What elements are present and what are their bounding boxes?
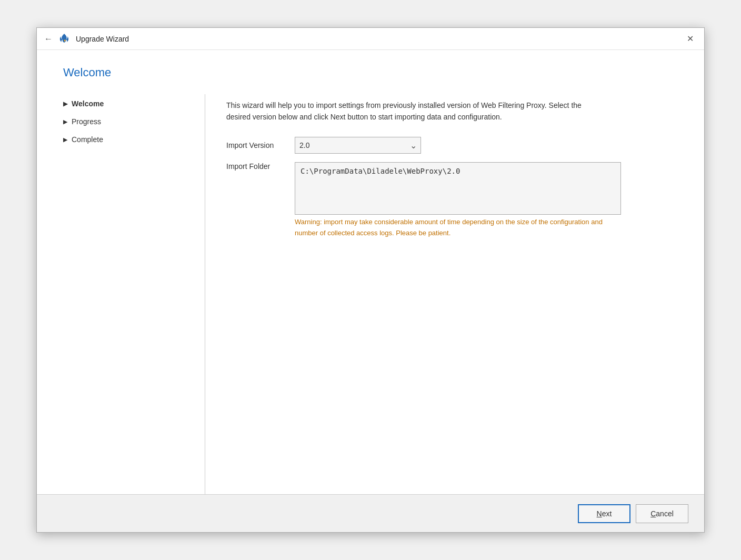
cancel-underline: Cancel bbox=[650, 509, 674, 518]
sidebar-arrow-complete: ▶ bbox=[63, 136, 67, 143]
sidebar-item-progress[interactable]: ▶ Progress bbox=[63, 117, 189, 126]
sidebar-arrow-progress: ▶ bbox=[63, 118, 67, 125]
sidebar-item-welcome[interactable]: ▶ Welcome bbox=[63, 99, 189, 108]
title-bar: ← Upgrade Wizard ✕ bbox=[37, 28, 704, 50]
main-body: ▶ Welcome ▶ Progress ▶ Complete This wiz… bbox=[63, 94, 678, 494]
sidebar: ▶ Welcome ▶ Progress ▶ Complete bbox=[63, 94, 205, 494]
import-folder-container: Warning: import may take considerable am… bbox=[295, 162, 621, 239]
cancel-button[interactable]: Cancel bbox=[636, 504, 688, 523]
sidebar-item-complete[interactable]: ▶ Complete bbox=[63, 135, 189, 144]
import-folder-input[interactable] bbox=[295, 162, 621, 215]
import-version-select[interactable]: 2.0 1.9 1.8 bbox=[295, 137, 421, 154]
title-bar-left: ← Upgrade Wizard bbox=[44, 33, 129, 45]
next-button[interactable]: Next bbox=[578, 504, 630, 523]
description-text: This wizard will help you to import sett… bbox=[226, 99, 595, 123]
window-title: Upgrade Wizard bbox=[76, 35, 129, 43]
main-window: ← Upgrade Wizard ✕ Welcome ▶ Welcome ▶ P… bbox=[36, 27, 705, 533]
page-heading: Welcome bbox=[63, 66, 678, 79]
import-version-row: Import Version 2.0 1.9 1.8 ⌄ bbox=[226, 137, 678, 154]
app-icon bbox=[58, 33, 71, 45]
import-version-select-wrapper: 2.0 1.9 1.8 ⌄ bbox=[295, 137, 421, 154]
warning-text: Warning: import may take considerable am… bbox=[295, 217, 621, 239]
sidebar-label-complete: Complete bbox=[72, 135, 103, 144]
next-underline: Next bbox=[597, 509, 612, 518]
sidebar-label-progress: Progress bbox=[72, 117, 101, 126]
footer-bar: Next Cancel bbox=[37, 494, 704, 532]
import-folder-row: Import Folder Warning: import may take c… bbox=[226, 162, 678, 239]
close-button[interactable]: ✕ bbox=[684, 33, 697, 45]
right-panel: This wizard will help you to import sett… bbox=[205, 94, 678, 494]
back-button[interactable]: ← bbox=[44, 34, 53, 44]
import-folder-label: Import Folder bbox=[226, 162, 295, 171]
sidebar-label-welcome: Welcome bbox=[72, 99, 104, 108]
import-version-label: Import Version bbox=[226, 141, 295, 149]
sidebar-arrow-welcome: ▶ bbox=[63, 101, 67, 107]
content-area: Welcome ▶ Welcome ▶ Progress ▶ Complete bbox=[37, 50, 704, 494]
